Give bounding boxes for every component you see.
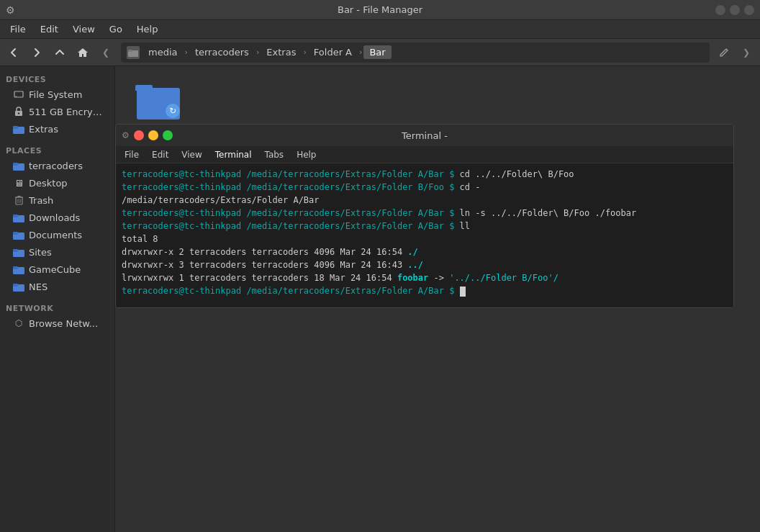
sites-icon xyxy=(13,246,24,258)
svg-rect-1 xyxy=(128,50,132,52)
menu-help[interactable]: Help xyxy=(130,22,166,36)
sidebar-item-filesystem[interactable]: File System xyxy=(1,86,113,103)
minimize-button[interactable] xyxy=(715,5,725,15)
breadcrumb-terracoders[interactable]: terracoders xyxy=(189,45,255,59)
term-line-7: drwxrwxr-x 2 terracoders terracoders 409… xyxy=(122,245,728,258)
edit-path-button[interactable] xyxy=(714,42,734,63)
sidebar-desktop-label: Desktop xyxy=(29,178,68,189)
term-line-5: terracoders@tc-thinkpad /media/terracode… xyxy=(122,220,728,233)
svg-point-5 xyxy=(18,112,19,114)
home-button[interactable] xyxy=(72,42,94,63)
term-menu-tabs[interactable]: Tabs xyxy=(259,148,290,161)
sidebar-nes-label: NES xyxy=(29,281,48,292)
terminal-body[interactable]: terracoders@tc-thinkpad /media/terracode… xyxy=(116,163,733,307)
sidebar-item-nes[interactable]: NES xyxy=(1,278,113,295)
gamecube-icon xyxy=(13,263,24,275)
downloads-icon xyxy=(13,212,24,223)
breadcrumb-extras[interactable]: Extras xyxy=(261,45,302,59)
back-button[interactable] xyxy=(3,42,24,63)
sidebar-item-desktop[interactable]: 🖥 Desktop xyxy=(1,174,113,191)
svg-rect-9 xyxy=(13,163,18,166)
sidebar-item-downloads[interactable]: Downloads xyxy=(1,209,113,226)
extras-icon xyxy=(13,123,24,135)
folder-foobar-icon: ↻ xyxy=(135,82,181,120)
close-button[interactable] xyxy=(744,5,754,15)
sidebar-downloads-label: Downloads xyxy=(29,212,80,223)
svg-rect-18 xyxy=(13,249,18,252)
term-menu-edit[interactable]: Edit xyxy=(146,148,174,161)
term-line-2: terracoders@tc-thinkpad /media/terracode… xyxy=(122,181,728,194)
breadcrumb-folder-icon xyxy=(127,46,140,59)
maximize-button[interactable] xyxy=(730,5,740,15)
window-title: Bar - File Manager xyxy=(338,4,422,15)
svg-rect-10 xyxy=(16,197,22,204)
main-layout: DEVICES File System 511 GB Encrypted Ext… xyxy=(0,66,760,532)
menu-file[interactable]: File xyxy=(3,22,33,36)
terracoders-icon xyxy=(13,160,24,171)
window-controls xyxy=(715,5,754,15)
svg-rect-22 xyxy=(13,284,18,287)
svg-point-3 xyxy=(16,96,17,97)
terminal-titlebar: ⚙ Terminal - xyxy=(116,125,733,146)
breadcrumb-folder-a[interactable]: Folder A xyxy=(308,45,358,59)
sidebar-item-documents[interactable]: Documents xyxy=(1,226,113,243)
documents-icon xyxy=(13,229,24,240)
terminal-title: Terminal - xyxy=(402,130,448,141)
term-line-9: lrwxrwxrwx 1 terracoders terracoders 18 … xyxy=(122,271,728,284)
sidebar-filesystem-label: File System xyxy=(29,89,82,100)
term-line-4: terracoders@tc-thinkpad /media/terracode… xyxy=(122,207,728,220)
sidebar-item-encrypted[interactable]: 511 GB Encrypted xyxy=(1,103,113,120)
toolbar: ❮ media › terracoders › Extras › Folder … xyxy=(0,39,760,66)
up-button[interactable] xyxy=(49,42,71,63)
terminal-controls: ⚙ xyxy=(122,130,173,140)
terminal-minimize-button[interactable] xyxy=(148,130,158,140)
sidebar-extras-label: Extras xyxy=(29,124,58,135)
encrypted-icon xyxy=(13,106,24,117)
sidebar-item-extras[interactable]: Extras xyxy=(1,120,113,137)
sidebar-terracoders-label: terracoders xyxy=(29,161,83,171)
svg-rect-20 xyxy=(13,266,18,269)
menu-view[interactable]: View xyxy=(65,22,102,36)
sidebar-network-label: Browse Netw... xyxy=(29,318,98,329)
menu-edit[interactable]: Edit xyxy=(33,22,65,36)
term-menu-help[interactable]: Help xyxy=(291,148,322,161)
svg-rect-14 xyxy=(13,215,18,217)
gear-icon[interactable]: ⚙ xyxy=(6,4,15,16)
breadcrumb-next-button[interactable]: ❯ xyxy=(736,42,757,63)
sidebar-gamecube-label: GameCube xyxy=(29,264,81,275)
term-menu-terminal[interactable]: Terminal xyxy=(209,148,258,161)
sidebar-item-gamecube[interactable]: GameCube xyxy=(1,261,113,278)
network-section-label: NETWORK xyxy=(0,301,114,315)
term-line-8: drwxrwxr-x 3 terracoders terracoders 409… xyxy=(122,258,728,271)
symlink-badge: ↻ xyxy=(166,104,180,118)
sidebar-item-terracoders[interactable]: terracoders xyxy=(1,157,113,174)
terminal-window: ⚙ Terminal - File Edit View Terminal Tab… xyxy=(115,124,734,308)
breadcrumb-bar[interactable]: Bar xyxy=(363,45,391,59)
sidebar-item-sites[interactable]: Sites xyxy=(1,243,113,261)
term-line-3: /media/terracoders/Extras/Folder A/Bar xyxy=(122,194,728,207)
svg-rect-7 xyxy=(13,126,18,129)
term-menu-file[interactable]: File xyxy=(119,148,145,161)
term-menu-view[interactable]: View xyxy=(176,148,207,161)
sidebar-documents-label: Documents xyxy=(29,230,82,240)
menu-go[interactable]: Go xyxy=(102,22,130,36)
sidebar-trash-label: Trash xyxy=(29,195,53,206)
desktop-icon: 🖥 xyxy=(13,177,24,189)
terminal-menu: File Edit View Terminal Tabs Help xyxy=(116,146,733,163)
terminal-maximize-button[interactable] xyxy=(163,130,173,140)
breadcrumb-prev-button[interactable]: ❮ xyxy=(95,42,117,63)
term-line-1: terracoders@tc-thinkpad /media/terracode… xyxy=(122,168,728,181)
filesystem-icon xyxy=(13,89,24,100)
svg-rect-16 xyxy=(13,232,18,235)
sidebar-encrypted-label: 511 GB Encrypted xyxy=(29,107,107,117)
term-line-6: total 8 xyxy=(122,233,728,245)
breadcrumb: media › terracoders › Extras › Folder A … xyxy=(121,42,710,63)
sidebar-item-trash[interactable]: Trash xyxy=(1,191,113,209)
sidebar-item-network[interactable]: ⬡ Browse Netw... xyxy=(1,315,113,332)
forward-button[interactable] xyxy=(26,42,48,63)
devices-section-label: DEVICES xyxy=(0,72,114,86)
terminal-close-button[interactable] xyxy=(134,130,144,140)
breadcrumb-media[interactable]: media xyxy=(142,45,184,59)
trash-icon xyxy=(13,194,24,206)
network-icon: ⬡ xyxy=(13,317,24,329)
